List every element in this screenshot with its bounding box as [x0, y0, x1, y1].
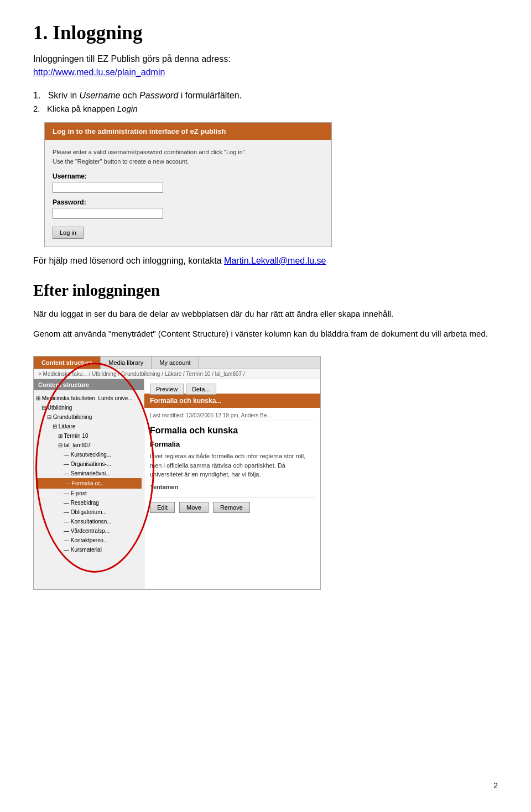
cms-tree-item[interactable]: — Organisations-... — [36, 459, 142, 469]
login-info-line1: Please enter a valid username/password c… — [53, 148, 324, 157]
help-text: För hjälp med lösenord och inloggning, k… — [33, 256, 498, 266]
move-button[interactable]: Move — [179, 502, 209, 513]
login-button[interactable]: Log in — [53, 227, 84, 239]
cms-tree-item[interactable]: — E-post — [36, 489, 142, 498]
cms-actions: Edit Move Remove — [150, 497, 315, 513]
ez-publish-url[interactable]: http://www.med.lu.se/plain_admin — [33, 67, 165, 77]
cms-meta: Last modified: 13/03/2005 12:19 pm, Ande… — [150, 412, 315, 421]
cms-preview-tab[interactable]: Preview — [150, 384, 184, 395]
intro-line1: Inloggningen till EZ Publish görs på den… — [33, 54, 498, 64]
cms-content-tabs: Preview Deta... — [150, 384, 315, 395]
cms-tree-item[interactable]: — Kontaktperso... — [36, 536, 142, 545]
cms-tree-item[interactable]: — Resebidrag — [36, 498, 142, 507]
cms-screenshot-wrapper: Content structure Media library My accou… — [33, 347, 321, 590]
page-heading: 1. Inloggning — [33, 22, 498, 44]
after-login-para2: Genom att använda "menyträdet" (Content … — [33, 327, 498, 340]
step2-italic: Login — [117, 104, 138, 113]
remove-button[interactable]: Remove — [213, 502, 250, 513]
cms-tree: ⊞ Medicinska fakulteten, Lunds unive...⊟… — [34, 390, 144, 558]
step1-end: i formulärfälten. — [178, 91, 242, 100]
help-text-before: För hjälp med lösenord och inloggning, k… — [33, 256, 224, 265]
step1: 1. Skriv in Username och Password i form… — [33, 91, 498, 101]
cms-tabs: Content structure Media library My accou… — [34, 357, 320, 369]
login-info: Please enter a valid username/password c… — [53, 148, 324, 166]
cms-tree-item[interactable]: ⊟ Grundutbildning — [36, 412, 142, 422]
username-input[interactable] — [53, 182, 163, 193]
cms-doc-body: Livet regleras av både formella och info… — [150, 452, 315, 479]
cms-tab-media-library[interactable]: Media library — [101, 357, 152, 369]
cms-main: Content structure ⊞ Medicinska fakultete… — [34, 379, 320, 589]
help-email-link[interactable]: Martin.Lekvall@med.lu.se — [224, 256, 326, 265]
step2-text: Klicka på knappen — [47, 104, 117, 113]
cms-screenshot: Content structure Media library My accou… — [33, 356, 321, 590]
login-info-line2: Use the "Register" button to create a ne… — [53, 157, 324, 166]
password-input[interactable] — [53, 208, 163, 219]
after-login-heading: Efter inloggningen — [33, 281, 498, 300]
cms-sidebar: Content structure ⊞ Medicinska fakultete… — [34, 379, 144, 589]
password-label: Password: — [53, 198, 324, 206]
cms-detail-tab[interactable]: Deta... — [186, 384, 216, 395]
cms-tree-item[interactable]: ⊟ lal_lam607 — [36, 441, 142, 450]
cms-content-title-banner: Formalia och kunska... — [144, 394, 320, 408]
cms-tree-item[interactable]: ⊞ Medicinska fakulteten, Lunds unive... — [36, 394, 142, 403]
cms-tree-item[interactable]: — Obligatorium... — [36, 507, 142, 517]
cms-sidebar-header: Content structure — [34, 379, 144, 390]
cms-tree-item[interactable]: ⊟ Läkare — [36, 422, 142, 431]
step1-mid: och — [120, 91, 139, 100]
step2-num: 2. — [33, 104, 40, 113]
cms-tree-item[interactable]: — Formalia oc... — [36, 478, 142, 489]
cms-breadcrumb: > Medicinska faku... / Utbildning / Grun… — [34, 369, 320, 379]
cms-tree-item[interactable]: — Kursutveckling... — [36, 450, 142, 459]
login-body: Please enter a valid username/password c… — [45, 140, 331, 247]
cms-tree-item[interactable]: ⊟ Utbildning — [36, 403, 142, 412]
cms-tree-item[interactable]: — Konsultationsn... — [36, 517, 142, 526]
cms-doc-next: Tentamen — [150, 483, 315, 492]
cms-doc-full-title: Formalia och kunska — [150, 426, 315, 436]
cms-tree-item[interactable]: ⊞ Termin 10 — [36, 431, 142, 441]
login-screenshot: Log in to the administration interface o… — [44, 122, 332, 247]
cms-tab-content-structure[interactable]: Content structure — [34, 357, 101, 369]
cms-content: Preview Deta... Formalia och kunska... L… — [144, 379, 320, 589]
intro-url[interactable]: http://www.med.lu.se/plain_admin — [33, 67, 498, 77]
step1-num: 1. — [33, 91, 40, 100]
step1-text: Skriv in — [48, 91, 80, 100]
edit-button[interactable]: Edit — [150, 502, 175, 513]
cms-tree-item[interactable]: — Vårdcentralsp... — [36, 526, 142, 536]
cms-tab-my-account[interactable]: My account — [152, 357, 199, 369]
step1-italic1: Username — [80, 91, 121, 100]
cms-tree-item[interactable]: — Seminarieövni... — [36, 469, 142, 478]
step2: 2. Klicka på knappen Login — [33, 104, 498, 113]
login-header: Log in to the administration interface o… — [45, 123, 331, 140]
cms-doc-subtitle: Formalia — [150, 440, 315, 448]
username-label: Username: — [53, 172, 324, 180]
after-login-para1: När du loggat in ser du bara de delar av… — [33, 307, 498, 321]
step1-italic2: Password — [139, 91, 178, 100]
cms-tree-item[interactable]: — Kursmaterial — [36, 545, 142, 554]
